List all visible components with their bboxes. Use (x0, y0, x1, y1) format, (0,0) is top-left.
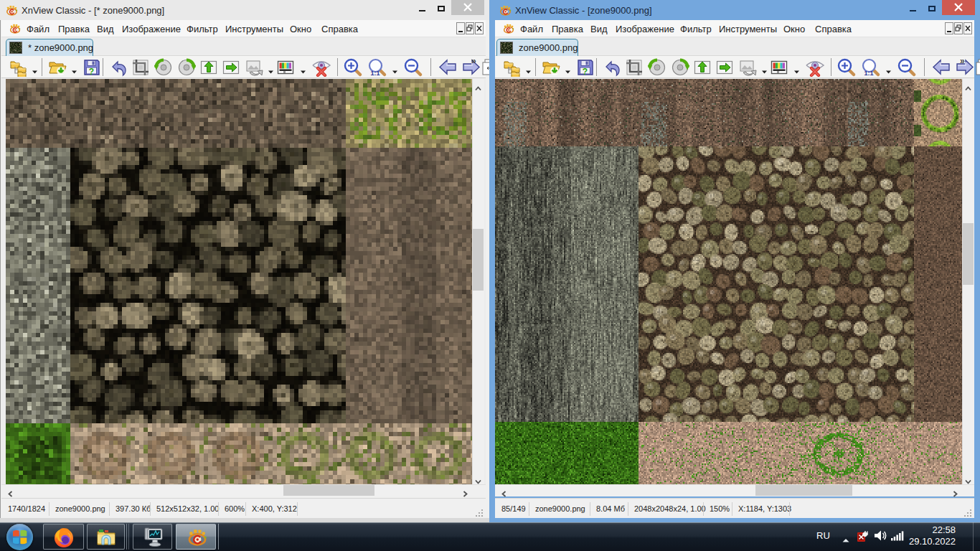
svg-text:?: ? (583, 67, 588, 77)
svg-text:?: ? (89, 67, 94, 77)
svg-text:1:1: 1:1 (864, 70, 873, 77)
svg-text:1:1: 1:1 (370, 70, 380, 77)
